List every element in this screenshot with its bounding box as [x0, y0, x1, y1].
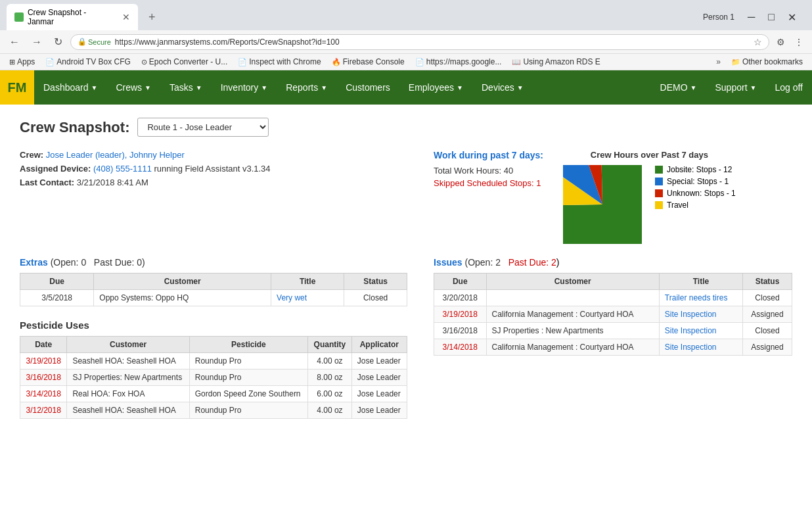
menu-button[interactable]: ⋮ — [791, 35, 807, 49]
legend-label-travel: Travel — [667, 201, 688, 210]
forward-button[interactable]: → — [28, 34, 46, 51]
nav-item-dashboard[interactable]: Dashboard ▼ — [34, 70, 106, 105]
back-button[interactable]: ← — [5, 34, 24, 51]
total-work-hours: Total Work Hours: 40 — [434, 166, 543, 176]
apps-icon: ⊞ — [9, 58, 15, 66]
pest-pesticide: Gordon Speed Zone Southern — [189, 386, 307, 402]
extras-title-link[interactable]: Very wet — [271, 290, 344, 306]
refresh-button[interactable]: ↻ — [50, 33, 66, 51]
bookmark-maps[interactable]: 📄 https://maps.google... — [411, 56, 506, 68]
left-bottom-col: Extras (Open: 0 Past Due: 0) Due Custome… — [20, 257, 407, 432]
last-contact-value: 3/21/2018 8:41 AM — [77, 178, 148, 187]
bookmark-label: Epoch Converter - U... — [149, 57, 227, 66]
page-icon: 📄 — [45, 58, 55, 66]
bookmark-epoch[interactable]: ⊙ Epoch Converter - U... — [137, 56, 231, 68]
nav-item-logoff[interactable]: Log off — [765, 82, 812, 93]
table-row: 3/16/2018 SJ Properties : New Apartments… — [434, 323, 792, 339]
pest-quantity: 8.00 oz — [308, 369, 352, 386]
right-bottom-col: Issues (Open: 2 Past Due: 2) Due Custome… — [434, 257, 792, 432]
nav-item-devices[interactable]: Devices ▼ — [472, 70, 533, 105]
pest-col-date: Date — [20, 337, 67, 353]
close-window-button[interactable]: ✕ — [782, 10, 801, 25]
extras-header: Extras (Open: 0 Past Due: 0) — [20, 257, 407, 268]
table-row: 3/19/2018 California Management : Courty… — [434, 306, 792, 323]
nav-item-crews[interactable]: Crews ▼ — [106, 70, 160, 105]
nav-right: DEMO ▼ Support ▼ Log off — [651, 82, 812, 93]
nav-item-demo[interactable]: DEMO ▼ — [651, 82, 706, 93]
pest-date: 3/16/2018 — [20, 369, 67, 386]
pest-customer: SJ Properties: New Apartments — [67, 369, 189, 386]
bookmark-android-tv[interactable]: 📄 Android TV Box CFG — [41, 56, 135, 68]
device-line: Assigned Device: (408) 555-1111 running … — [20, 164, 407, 174]
issues-header-row: Due Customer Title Status — [434, 274, 792, 290]
bookmark-inspect[interactable]: 📄 Inspect with Chrome — [234, 56, 325, 68]
pesticide-table: Date Customer Pesticide Quantity Applica… — [20, 336, 407, 419]
issues-col-status: Status — [743, 274, 792, 290]
window-controls: Person 1 ─ □ ✕ — [698, 10, 805, 25]
bottom-two-col: Extras (Open: 0 Past Due: 0) Due Custome… — [20, 257, 792, 432]
issues-title: Issues — [434, 257, 462, 268]
pie-chart — [563, 165, 642, 244]
issues-past-due: Past Due: 2 — [508, 257, 556, 268]
svg-point-3 — [572, 174, 632, 234]
app-logo[interactable]: FM — [0, 70, 34, 105]
nav-item-inventory[interactable]: Inventory ▼ — [212, 70, 277, 105]
bookmark-star-icon[interactable]: ☆ — [754, 37, 762, 47]
issues-col-due: Due — [434, 274, 487, 290]
legend-label-unknown: Unknown: Stops - 1 — [667, 189, 736, 198]
other-bookmarks[interactable]: 📁 Other bookmarks — [727, 56, 807, 68]
tab-close-button[interactable]: ✕ — [122, 12, 130, 22]
legend-label-special: Special: Stops - 1 — [667, 177, 729, 186]
chevron-down-icon: ▼ — [517, 84, 524, 91]
pest-pesticide: Roundup Pro — [189, 402, 307, 419]
main-nav: Dashboard ▼ Crews ▼ Tasks ▼ Inventory ▼ … — [34, 70, 533, 105]
bookmark-label: Other bookmarks — [742, 57, 803, 66]
pest-quantity: 6.00 oz — [308, 386, 352, 402]
contact-line: Last Contact: 3/21/2018 8:41 AM — [20, 178, 407, 187]
route-select[interactable]: Route 1 - Jose Leader — [137, 118, 269, 137]
app-header: FM Dashboard ▼ Crews ▼ Tasks ▼ Inventory… — [0, 70, 812, 105]
crew-info: Crew: Jose Leader (leader), Johnny Helpe… — [20, 150, 407, 187]
chevron-down-icon: ▼ — [690, 84, 697, 91]
maximize-button[interactable]: □ — [763, 10, 780, 24]
bookmarks-more-button[interactable]: » — [712, 56, 725, 68]
clock-icon: ⊙ — [141, 58, 147, 66]
legend-item-jobsite: Jobsite: Stops - 12 — [655, 165, 736, 174]
legend-label-jobsite: Jobsite: Stops - 12 — [667, 165, 732, 174]
nav-item-reports[interactable]: Reports ▼ — [277, 70, 336, 105]
table-row: 3/14/2018 Real HOA: Fox HOA Gordon Speed… — [20, 386, 407, 402]
bookmark-label: Android TV Box CFG — [56, 57, 131, 66]
crew-label: Crew: — [20, 150, 43, 160]
issue-title-link[interactable]: Site Inspection — [659, 306, 742, 323]
legend-color-travel — [655, 201, 663, 209]
bookmark-amazon[interactable]: 📖 Using Amazon RDS E — [508, 56, 604, 68]
page-content: Crew Snapshot: Route 1 - Jose Leader Cre… — [0, 105, 812, 473]
skipped-label: Skipped Scheduled Stops: — [434, 178, 534, 188]
extras-status: Closed — [344, 290, 407, 306]
issue-title-link[interactable]: Site Inspection — [659, 339, 742, 356]
issue-title-link[interactable]: Site Inspection — [659, 323, 742, 339]
pest-applicator: Jose Leader — [351, 402, 407, 419]
browser-tab[interactable]: Crew Snapshot - Janmar ✕ — [7, 4, 138, 30]
bookmark-label: Apps — [17, 57, 35, 66]
table-row: 3/14/2018 California Management : Courty… — [434, 339, 792, 356]
nav-item-employees[interactable]: Employees ▼ — [399, 70, 472, 105]
nav-item-tasks[interactable]: Tasks ▼ — [160, 70, 212, 105]
extras-col-customer: Customer — [94, 274, 271, 290]
bookmark-apps[interactable]: ⊞ Apps — [5, 56, 39, 68]
nav-item-customers[interactable]: Customers — [336, 70, 399, 105]
total-hours-value: 40 — [504, 166, 513, 176]
address-bar[interactable]: 🔒 Secure https://www.janmarsystems.com/R… — [70, 34, 769, 50]
extensions-button[interactable]: ⚙ — [773, 35, 788, 49]
nav-item-support[interactable]: Support ▼ — [706, 82, 765, 93]
new-tab-button[interactable]: + — [143, 8, 161, 27]
table-row: 3/19/2018 Seashell HOA: Seashell HOA Rou… — [20, 353, 407, 369]
device-phone[interactable]: (408) 555-1111 — [93, 164, 152, 174]
minimize-button[interactable]: ─ — [742, 10, 760, 24]
bookmark-label: Using Amazon RDS E — [523, 57, 600, 66]
bookmark-firebase[interactable]: 🔥 Firebase Console — [328, 56, 409, 68]
issue-title-link[interactable]: Trailer needs tires — [659, 290, 742, 306]
legend-color-jobsite — [655, 166, 663, 174]
issue-customer — [486, 290, 659, 306]
legend-item-special: Special: Stops - 1 — [655, 177, 736, 186]
